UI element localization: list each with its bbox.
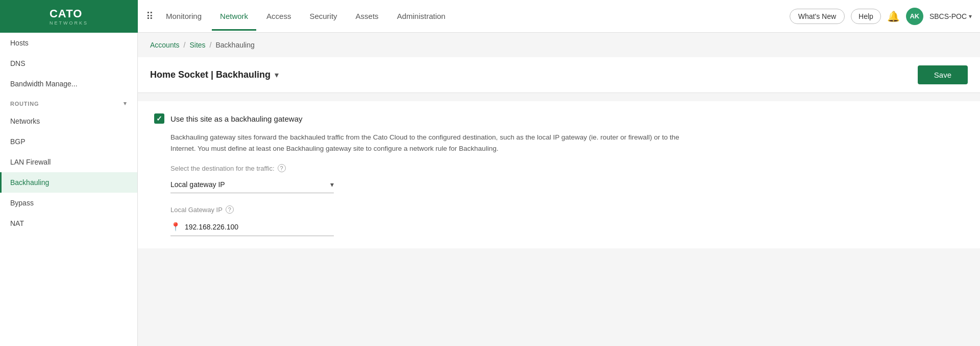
breadcrumb: Accounts / Sites / Backhauling <box>138 33 980 57</box>
breadcrumb-accounts[interactable]: Accounts <box>150 41 180 49</box>
sidebar-item-lan-firewall[interactable]: LAN Firewall <box>0 152 137 172</box>
local-gateway-ip-row: 📍 192.168.226.100 <box>170 218 334 236</box>
backhauling-checkbox[interactable]: ✓ <box>154 113 164 124</box>
destination-field-label: Select the destination for the traffic: … <box>170 164 964 172</box>
nav-security[interactable]: Security <box>301 2 345 31</box>
local-gateway-ip-value[interactable]: 192.168.226.100 <box>185 223 238 231</box>
destination-select-wrapper: Local gateway IP ▾ <box>170 176 964 193</box>
page-title: Home Socket | Backhauling <box>150 70 271 80</box>
sidebar-item-backhauling[interactable]: Backhauling <box>0 172 137 193</box>
page-title-area: Home Socket | Backhauling ▾ <box>150 70 279 80</box>
backhauling-checkbox-row: ✓ Use this site as a backhauling gateway <box>154 113 964 124</box>
routing-section-header[interactable]: ROUTING ▾ <box>0 94 137 111</box>
main-content: Accounts / Sites / Backhauling Home Sock… <box>138 33 980 346</box>
save-button[interactable]: Save <box>918 65 968 84</box>
sidebar-item-bgp[interactable]: BGP <box>0 131 137 152</box>
breadcrumb-current: Backhauling <box>216 41 255 49</box>
top-navigation: CATO NETWORKS ⠿ Monitoring Network Acces… <box>0 0 980 33</box>
sidebar-item-bypass[interactable]: Bypass <box>0 193 137 213</box>
account-name-text: SBCS-POC <box>929 12 967 20</box>
grid-icon[interactable]: ⠿ <box>146 10 154 22</box>
sidebar-item-networks[interactable]: Networks <box>0 111 137 131</box>
avatar[interactable]: AK <box>906 8 923 25</box>
breadcrumb-sites[interactable]: Sites <box>189 41 205 49</box>
account-dropdown-arrow-icon: ▾ <box>969 13 972 20</box>
routing-chevron-icon: ▾ <box>124 100 127 107</box>
nav-network[interactable]: Network <box>212 2 256 31</box>
breadcrumb-sep-2: / <box>210 41 212 49</box>
nav-access[interactable]: Access <box>258 2 299 31</box>
title-dropdown-arrow-icon[interactable]: ▾ <box>275 70 279 80</box>
destination-help-icon[interactable]: ? <box>278 164 286 172</box>
sidebar: Hosts DNS Bandwidth Manage... ROUTING ▾ … <box>0 33 138 346</box>
nav-right-area: What's New Help 🔔 AK SBCS-POC ▾ <box>790 8 972 25</box>
local-gateway-label-text: Local Gateway IP <box>170 206 223 214</box>
logo[interactable]: CATO NETWORKS <box>0 0 138 33</box>
account-name[interactable]: SBCS-POC ▾ <box>929 12 972 20</box>
sidebar-item-hosts[interactable]: Hosts <box>0 33 137 53</box>
destination-select[interactable]: Local gateway IP ▾ <box>170 176 334 193</box>
logo-main-text: CATO <box>50 7 88 20</box>
location-pin-icon: 📍 <box>170 222 181 232</box>
destination-select-value: Local gateway IP <box>170 180 225 189</box>
local-gateway-label: Local Gateway IP ? <box>170 205 964 214</box>
content-area: ✓ Use this site as a backhauling gateway… <box>138 101 980 248</box>
page-header: Home Socket | Backhauling ▾ Save <box>138 57 980 93</box>
destination-select-arrow-icon: ▾ <box>330 180 334 189</box>
logo-sub-text: NETWORKS <box>50 20 88 26</box>
nav-administration[interactable]: Administration <box>389 2 454 31</box>
help-button[interactable]: Help <box>851 9 881 24</box>
sidebar-item-dns[interactable]: DNS <box>0 53 137 74</box>
whats-new-button[interactable]: What's New <box>790 9 845 24</box>
breadcrumb-sep-1: / <box>184 41 186 49</box>
notification-bell-icon[interactable]: 🔔 <box>887 10 900 22</box>
nav-monitoring[interactable]: Monitoring <box>158 2 210 31</box>
checkbox-check-icon: ✓ <box>156 114 162 123</box>
nav-links: Monitoring Network Access Security Asset… <box>158 2 790 31</box>
sidebar-item-bandwidth[interactable]: Bandwidth Manage... <box>0 74 137 94</box>
nav-assets[interactable]: Assets <box>348 2 387 31</box>
sidebar-item-nat[interactable]: NAT <box>0 213 137 234</box>
local-gateway-help-icon[interactable]: ? <box>226 205 234 214</box>
destination-label-text: Select the destination for the traffic: <box>170 165 275 172</box>
backhauling-description: Backhauling gateway sites forward the ba… <box>170 132 681 154</box>
routing-section-label: ROUTING <box>10 101 39 107</box>
backhauling-checkbox-label: Use this site as a backhauling gateway <box>170 114 302 123</box>
